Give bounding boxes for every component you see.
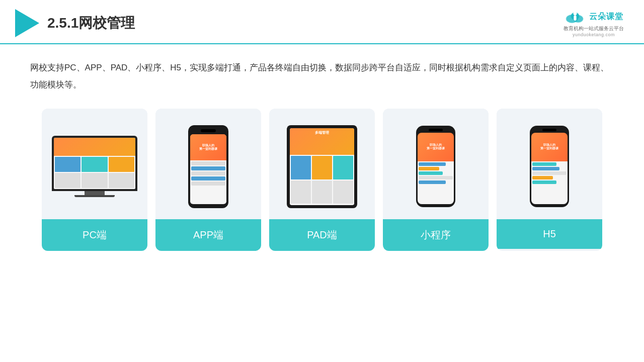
h5-label: H5	[497, 219, 602, 249]
header: 2.5.1网校管理 云朵课堂 教育机构一站式服务云平台 yunduoketang…	[0, 0, 644, 44]
pad-screen-body	[290, 155, 354, 205]
h5-screen-body	[531, 161, 568, 204]
pad-block-3	[333, 156, 353, 179]
pc-cell-4	[55, 173, 80, 188]
app-card: 职场人的第一堂利器课 APP端	[155, 109, 261, 251]
miniprogram-screen-text: 职场人的第一堂利器课	[427, 143, 445, 150]
pad-screen-top: 多端管理	[290, 128, 354, 155]
pc-cell-3	[109, 157, 134, 172]
brand-logo: 云朵课堂 教育机构一站式服务云平台 yunduoketang.com	[564, 9, 624, 37]
pad-tablet-mockup: 多端管理	[287, 125, 357, 208]
pc-grid	[54, 156, 135, 189]
h5-screen-top: 职场人的第一堂利器课	[531, 133, 568, 161]
device-cards-container: PC端 职场人的第一堂利器课	[30, 109, 614, 251]
pc-screen-inner	[54, 138, 135, 189]
app-phone-notch	[201, 129, 216, 132]
brand-url: yunduoketang.com	[573, 32, 615, 37]
pc-cell-6	[109, 173, 134, 188]
h5-row-5	[532, 180, 556, 184]
page-title: 2.5.1网校管理	[47, 14, 135, 33]
logo-triangle-icon	[15, 9, 39, 37]
app-phone-mockup: 职场人的第一堂利器课	[188, 125, 228, 208]
mini-row-2	[419, 167, 439, 170]
pc-base	[74, 195, 115, 197]
miniprogram-card: 职场人的第一堂利器课 小程序	[383, 109, 489, 251]
miniprogram-image-area: 职场人的第一堂利器课	[383, 109, 489, 219]
pad-image-area: 多端管理	[269, 109, 375, 219]
mini-row-5	[419, 180, 446, 184]
pc-cell-1	[55, 157, 80, 172]
pc-cell-5	[82, 173, 107, 188]
app-row-1	[191, 161, 225, 165]
pad-screen: 多端管理	[290, 128, 354, 205]
pc-cell-2	[82, 157, 107, 172]
mini-row-3	[419, 171, 443, 175]
app-row-2	[191, 166, 225, 170]
h5-row-3	[532, 171, 567, 175]
h5-screen: 职场人的第一堂利器课	[531, 133, 568, 204]
mini-row-4	[419, 176, 453, 179]
app-image-area: 职场人的第一堂利器课	[155, 109, 261, 219]
h5-card: 职场人的第一堂利器课 H5	[497, 109, 602, 251]
app-screen-top: 职场人的第一堂利器课	[190, 134, 226, 161]
page: 2.5.1网校管理 云朵课堂 教育机构一站式服务云平台 yunduoketang…	[0, 0, 644, 362]
pad-screen-text: 多端管理	[290, 128, 354, 137]
app-phone-screen: 职场人的第一堂利器课	[190, 134, 226, 204]
pc-image-area	[42, 109, 147, 219]
h5-row-4	[532, 176, 553, 179]
pad-label: PAD端	[269, 219, 375, 251]
miniprogram-label: 小程序	[383, 219, 489, 251]
miniprogram-notch	[429, 129, 443, 131]
pc-screen-outer	[52, 136, 137, 191]
miniprogram-screen: 职场人的第一堂利器课	[418, 133, 454, 204]
pc-stand	[85, 191, 105, 195]
cloud-logo-container: 云朵课堂	[564, 9, 623, 24]
pad-block-6	[333, 180, 353, 204]
pad-block-5	[312, 180, 332, 204]
main-content: 网校支持PC、APP、PAD、小程序、H5，实现多端打通，产品各终端自由切换，数…	[0, 44, 644, 362]
header-left: 2.5.1网校管理	[15, 9, 135, 37]
app-label: APP端	[155, 219, 261, 251]
app-screen-body	[190, 160, 226, 204]
brand-name: 云朵课堂	[589, 12, 623, 22]
app-row-5	[191, 182, 225, 186]
pc-banner	[54, 138, 135, 158]
h5-row-1	[532, 162, 556, 166]
miniprogram-screen-top: 职场人的第一堂利器课	[418, 133, 454, 161]
miniprogram-phone-mockup: 职场人的第一堂利器课	[416, 126, 455, 207]
svg-rect-6	[574, 15, 576, 21]
brand-tagline: 教育机构一站式服务云平台	[564, 25, 624, 32]
app-row-4	[191, 176, 225, 180]
cloud-icon	[564, 9, 586, 24]
h5-image-area: 职场人的第一堂利器课	[497, 109, 602, 219]
pad-block-4	[291, 180, 311, 204]
app-row-3	[191, 171, 225, 175]
mini-row-1	[419, 162, 446, 166]
pad-card: 多端管理 PAD端	[269, 109, 375, 251]
pad-block-2	[312, 156, 332, 179]
pc-card: PC端	[42, 109, 147, 251]
pc-label: PC端	[42, 219, 147, 251]
miniprogram-screen-body	[418, 161, 454, 204]
svg-point-7	[573, 12, 577, 15]
pad-block-1	[291, 156, 311, 179]
h5-notch	[542, 129, 556, 131]
h5-screen-text: 职场人的第一堂利器课	[540, 143, 558, 150]
description-text: 网校支持PC、APP、PAD、小程序、H5，实现多端打通，产品各终端自由切换，数…	[30, 59, 614, 94]
h5-row-2	[532, 167, 559, 170]
app-screen-text: 职场人的第一堂利器课	[199, 144, 217, 151]
pc-mockup	[52, 136, 137, 197]
h5-phone-mockup: 职场人的第一堂利器课	[530, 126, 569, 207]
